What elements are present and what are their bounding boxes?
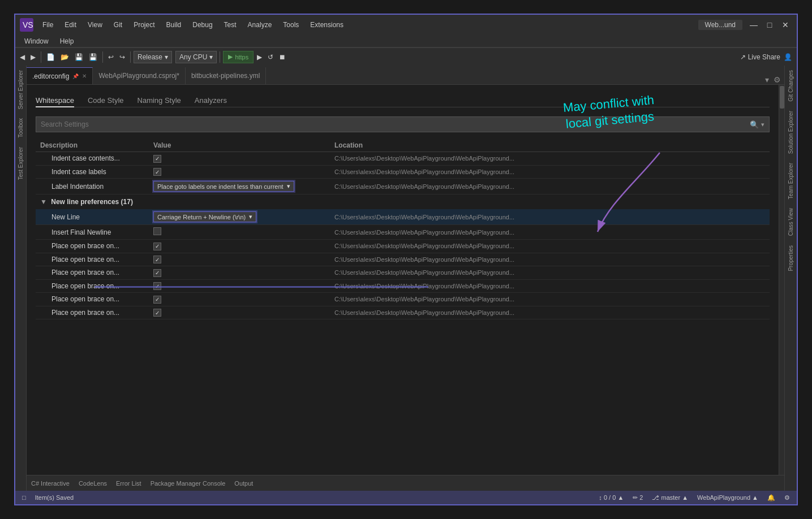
row-val-newline[interactable]: Carriage Return + Newline (\r\n) ▾ bbox=[153, 211, 334, 222]
new-file-button[interactable]: 📄 bbox=[44, 50, 57, 64]
status-edits[interactable]: ✏ 2 bbox=[633, 494, 643, 501]
user-icon-button[interactable]: 👤 bbox=[781, 50, 794, 64]
server-explorer-tab[interactable]: Server Explorer bbox=[16, 66, 25, 114]
back-button[interactable]: ◀ bbox=[18, 50, 27, 64]
redo-button[interactable]: ↪ bbox=[117, 50, 127, 64]
bottom-tab-output[interactable]: Output bbox=[234, 480, 253, 487]
main-toolbar: ◀ ▶ 📄 📂 💾 💾 ↩ ↪ Release ▾ Any CPU ▾ ▶ ht… bbox=[15, 47, 797, 66]
menu-view[interactable]: View bbox=[83, 20, 107, 30]
status-branch[interactable]: ⎇ master ▲ bbox=[652, 494, 688, 501]
menu-tools[interactable]: Tools bbox=[278, 20, 303, 30]
window-title: Web...und bbox=[698, 20, 742, 30]
restart-button[interactable]: ↺ bbox=[265, 50, 276, 64]
menu-extensions[interactable]: Extensions bbox=[306, 20, 348, 30]
tab-editorconfig[interactable]: .editorconfig 📌 ✕ bbox=[27, 67, 93, 84]
menu-git[interactable]: Git bbox=[109, 20, 127, 30]
checkbox-10[interactable]: ✓ bbox=[153, 309, 161, 317]
live-share-button[interactable]: ↗ Live Share bbox=[740, 51, 780, 63]
newline-dropdown[interactable]: Carriage Return + Newline (\r\n) ▾ bbox=[153, 211, 256, 222]
build-config-dropdown[interactable]: Release ▾ bbox=[134, 51, 172, 63]
menu-test[interactable]: Test bbox=[220, 20, 241, 30]
checkbox-5[interactable]: ✓ bbox=[153, 243, 161, 250]
search-dropdown-icon[interactable]: ▾ bbox=[761, 121, 764, 128]
bottom-tab-codelens[interactable]: CodeLens bbox=[79, 480, 107, 487]
minimize-button[interactable]: — bbox=[747, 19, 761, 31]
table-row-newline: New Line Carriage Return + Newline (\r\n… bbox=[36, 209, 770, 225]
status-project[interactable]: WebApiPlayground ▲ bbox=[697, 494, 758, 501]
row-loc-newline: C:\Users\alexs\Desktop\WebApiPlayground\… bbox=[334, 214, 765, 220]
row-val-7[interactable]: ✓ bbox=[153, 269, 334, 277]
checkbox-1[interactable]: ✓ bbox=[153, 155, 161, 163]
checkbox-9[interactable]: ✓ bbox=[153, 296, 161, 304]
settings-tab-namingstyle[interactable]: Naming Style bbox=[138, 94, 181, 107]
status-bar: □ Item(s) Saved ↕ 0 / 0 ▲ ✏ 2 ⎇ master ▲… bbox=[15, 491, 797, 504]
forward-button[interactable]: ▶ bbox=[28, 50, 38, 64]
row-val-3[interactable]: Place goto labels one indent less than c… bbox=[153, 181, 334, 192]
settings-tab-codestyle[interactable]: Code Style bbox=[88, 94, 124, 107]
table-row: Indent case contents... ✓ C:\Users\alexs… bbox=[36, 152, 770, 166]
maximize-button[interactable]: □ bbox=[763, 19, 776, 31]
menu-edit[interactable]: Edit bbox=[60, 20, 81, 30]
menu-analyze[interactable]: Analyze bbox=[243, 20, 277, 30]
tab-overflow-button[interactable]: ▾ bbox=[765, 75, 769, 84]
git-changes-tab[interactable]: Git Changes bbox=[787, 66, 795, 106]
row-val-2[interactable]: ✓ bbox=[153, 168, 334, 176]
save-button[interactable]: 💾 bbox=[72, 50, 85, 64]
tab-bar: .editorconfig 📌 ✕ WebApiPlayground.cspro… bbox=[27, 66, 784, 85]
scroll-thumb[interactable] bbox=[780, 86, 784, 109]
solution-explorer-tab[interactable]: Solution Explorer bbox=[787, 106, 795, 158]
menu-bar: File Edit View Git Project Build Debug T… bbox=[38, 20, 694, 30]
undo-button[interactable]: ↩ bbox=[106, 50, 116, 64]
scrollbar[interactable] bbox=[779, 85, 784, 475]
settings-tab-whitespace[interactable]: Whitespace bbox=[36, 94, 74, 107]
platform-dropdown[interactable]: Any CPU ▾ bbox=[175, 51, 217, 63]
row-val-8[interactable]: ✓ bbox=[153, 282, 334, 291]
tab-csproj[interactable]: WebApiPlayground.csproj* bbox=[93, 67, 186, 84]
stop-button[interactable]: ⏹ bbox=[277, 50, 288, 64]
menu-project[interactable]: Project bbox=[129, 20, 159, 30]
checkbox-7[interactable]: ✓ bbox=[153, 269, 161, 277]
status-bell[interactable]: 🔔 bbox=[767, 494, 775, 501]
checkbox-8[interactable]: ✓ bbox=[153, 282, 161, 290]
col-description: Description bbox=[40, 141, 153, 149]
run-without-debug[interactable]: ▶ bbox=[255, 50, 264, 64]
properties-tab[interactable]: Properties bbox=[787, 241, 795, 276]
test-explorer-tab[interactable]: Test Explorer bbox=[16, 142, 25, 184]
bottom-tab-csharp[interactable]: C# Interactive bbox=[31, 480, 70, 487]
open-file-button[interactable]: 📂 bbox=[58, 50, 71, 64]
menu-help[interactable]: Help bbox=[55, 36, 79, 46]
tab-editorconfig-close[interactable]: ✕ bbox=[82, 73, 87, 79]
menu-file[interactable]: File bbox=[38, 20, 58, 30]
menu-window[interactable]: Window bbox=[20, 36, 53, 46]
collapse-icon[interactable]: ▼ bbox=[40, 198, 47, 206]
checkbox-2[interactable]: ✓ bbox=[153, 168, 161, 176]
row-val-5[interactable]: ✓ bbox=[153, 242, 334, 250]
row-val-4[interactable] bbox=[153, 227, 334, 237]
bottom-tab-packagemanager[interactable]: Package Manager Console bbox=[151, 480, 226, 487]
run-button[interactable]: ▶ https bbox=[223, 51, 254, 63]
menu-build[interactable]: Build bbox=[162, 20, 186, 30]
status-lines[interactable]: ↕ 0 / 0 ▲ bbox=[599, 494, 624, 501]
tab-yml[interactable]: bitbucket-pipelines.yml bbox=[186, 67, 266, 84]
search-input[interactable] bbox=[41, 120, 750, 128]
tab-pin-icon[interactable]: 📌 bbox=[72, 73, 79, 79]
row-val-6[interactable]: ✓ bbox=[153, 256, 334, 264]
row-desc-10: Place open brace on... bbox=[40, 309, 153, 317]
save-all-button[interactable]: 💾 bbox=[87, 50, 100, 64]
label-indentation-dropdown[interactable]: Place goto labels one indent less than c… bbox=[153, 181, 294, 192]
class-view-tab[interactable]: Class View bbox=[787, 204, 795, 240]
checkbox-4[interactable] bbox=[153, 227, 161, 235]
settings-tab-analyzers[interactable]: Analyzers bbox=[195, 94, 227, 107]
close-button[interactable]: ✕ bbox=[779, 19, 792, 31]
settings-panel: Whitespace Code Style Naming Style Analy… bbox=[27, 85, 779, 475]
row-val-1[interactable]: ✓ bbox=[153, 154, 334, 163]
menu-debug[interactable]: Debug bbox=[188, 20, 217, 30]
status-settings-icon[interactable]: ⚙ bbox=[784, 494, 790, 501]
bottom-tab-errorlist[interactable]: Error List bbox=[116, 480, 141, 487]
row-val-9[interactable]: ✓ bbox=[153, 295, 334, 304]
row-val-10[interactable]: ✓ bbox=[153, 309, 334, 317]
team-explorer-tab[interactable]: Team Explorer bbox=[787, 158, 795, 204]
checkbox-6[interactable]: ✓ bbox=[153, 256, 161, 263]
toolbox-tab[interactable]: Toolbox bbox=[16, 114, 25, 142]
settings-icon[interactable]: ⚙ bbox=[774, 75, 781, 84]
